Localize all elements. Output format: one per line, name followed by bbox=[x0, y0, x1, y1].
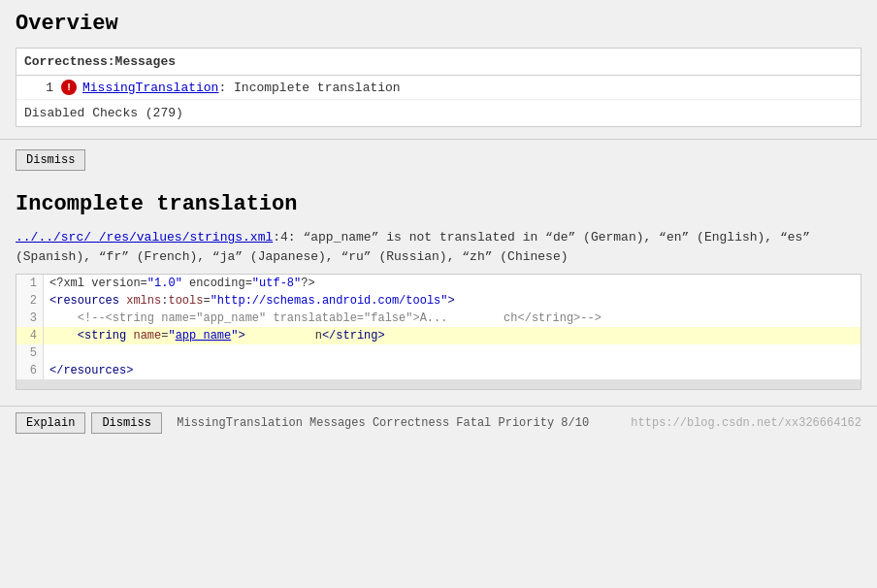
line-content-2: <resources xmlns:tools="http://schemas.a… bbox=[44, 292, 455, 310]
line-num-1: 1 bbox=[16, 275, 44, 292]
error-message: MissingTranslation: Incomplete translati… bbox=[82, 81, 401, 95]
file-link[interactable]: ../../src/ /res/values/strings.xml bbox=[16, 230, 273, 245]
dismiss-section: Dismiss bbox=[0, 139, 877, 180]
code-line-1: 1 <?xml version="1.0" encoding="utf-8"?> bbox=[16, 275, 861, 292]
footer-status: MissingTranslation Messages Correctness … bbox=[162, 416, 861, 430]
correctness-header: Correctness:Messages bbox=[16, 49, 861, 76]
overview-dismiss-button[interactable]: Dismiss bbox=[16, 149, 85, 171]
line-num-6: 6 bbox=[16, 362, 44, 379]
error-message-text: : Incomplete translation bbox=[218, 81, 400, 95]
correctness-table: Correctness:Messages 1 ! MissingTranslat… bbox=[16, 48, 861, 127]
status-text: MissingTranslation Messages Correctness … bbox=[177, 416, 589, 430]
footer-buttons: Explain Dismiss bbox=[16, 412, 162, 434]
error-icon: ! bbox=[61, 80, 77, 95]
missing-translation-link[interactable]: MissingTranslation bbox=[82, 81, 218, 95]
code-line-3: 3 <!--<string name="app_name" translatab… bbox=[16, 310, 861, 327]
explain-button[interactable]: Explain bbox=[16, 412, 85, 434]
code-line-4: 4 <string name="app_name"> n</string> bbox=[16, 327, 861, 344]
code-area: 1 <?xml version="1.0" encoding="utf-8"?>… bbox=[16, 274, 861, 390]
code-line-5: 5 bbox=[16, 344, 861, 362]
line-content-6: </resources> bbox=[44, 362, 133, 379]
file-link-line: ../../src/ /res/values/strings.xml:4: “a… bbox=[16, 228, 861, 266]
line-num-3: 3 bbox=[16, 310, 44, 327]
line-num-5: 5 bbox=[16, 344, 44, 362]
code-line-6: 6 </resources> bbox=[16, 362, 861, 379]
overview-section: Overview Correctness:Messages 1 ! Missin… bbox=[0, 0, 877, 135]
disabled-checks: Disabled Checks (279) bbox=[16, 100, 861, 126]
hscrollbar[interactable] bbox=[16, 379, 861, 389]
footer-bar: Explain Dismiss MissingTranslation Messa… bbox=[0, 406, 877, 440]
line-num-4: 4 bbox=[16, 327, 44, 344]
main-container: Overview Correctness:Messages 1 ! Missin… bbox=[0, 0, 877, 588]
line-content-3: <!--<string name="app_name" translatable… bbox=[44, 310, 601, 327]
code-line-2: 2 <resources xmlns:tools="http://schemas… bbox=[16, 292, 861, 310]
correctness-row: 1 ! MissingTranslation: Incomplete trans… bbox=[16, 76, 861, 100]
line-content-4: <string name="app_name"> n</string> bbox=[44, 327, 385, 344]
line-content-1: <?xml version="1.0" encoding="utf-8"?> bbox=[44, 275, 315, 292]
error-count: 1 bbox=[24, 81, 53, 95]
detail-dismiss-button[interactable]: Dismiss bbox=[91, 412, 161, 434]
line-content-5 bbox=[44, 344, 56, 362]
overview-title: Overview bbox=[16, 12, 861, 36]
detail-title: Incomplete translation bbox=[16, 192, 861, 216]
line-num-2: 2 bbox=[16, 292, 44, 310]
disabled-checks-label: Disabled Checks (279) bbox=[24, 106, 183, 120]
detail-section: Incomplete translation ../../src/ /res/v… bbox=[0, 180, 877, 406]
watermark: https://blog.csdn.net/xx326664162 bbox=[631, 416, 861, 430]
